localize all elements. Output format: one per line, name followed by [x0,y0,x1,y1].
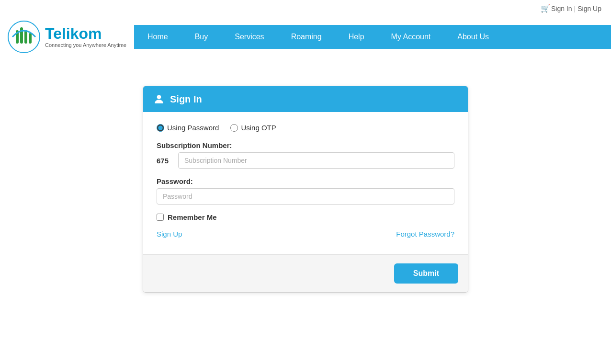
logo-icon [8,21,40,53]
sign-up-link[interactable]: Sign Up [157,230,182,238]
logo-subtitle: Connecting you Anywhere Anytime [45,42,126,48]
svg-rect-3 [24,30,27,44]
radio-password-input[interactable] [157,124,164,132]
radio-password-option[interactable]: Using Password [157,124,219,132]
nav-roaming[interactable]: Roaming [278,25,335,49]
submit-button[interactable]: Submit [394,263,458,284]
radio-password-label: Using Password [167,124,219,132]
links-row: Sign Up Forgot Password? [157,230,454,243]
main-nav: Home Buy Services Roaming Help My Accoun… [134,25,611,49]
nav-help[interactable]: Help [335,25,378,49]
svg-rect-2 [20,27,23,44]
header: Telikom Connecting you Anywhere Anytime … [0,17,611,57]
subscription-prefix: 675 [157,157,173,165]
header-sign-up-link[interactable]: Sign Up [577,5,601,12]
user-icon [153,93,165,105]
nav-home[interactable]: Home [134,25,181,49]
signin-footer: Submit [143,254,468,292]
subscription-group: Subscription Number: 675 [157,141,454,169]
password-group: Password: [157,177,454,205]
main-content: Sign In Using Password Using OTP Subscri… [0,57,611,325]
svg-point-5 [157,95,161,99]
svg-rect-4 [29,33,32,44]
signin-title: Sign In [170,94,202,105]
radio-otp-option[interactable]: Using OTP [230,124,276,132]
separator: | [574,5,576,12]
subscription-input-row: 675 [157,152,454,169]
signin-body: Using Password Using OTP Subscription Nu… [143,112,468,254]
radio-otp-input[interactable] [230,124,238,132]
signin-header: Sign In [143,86,468,112]
cart-icon: 🛒 [541,4,550,13]
password-label: Password: [157,177,454,185]
password-input[interactable] [157,188,454,205]
nav-buy[interactable]: Buy [181,25,222,49]
subscription-label: Subscription Number: [157,141,454,149]
remember-me-group: Remember Me [157,213,454,221]
remember-me-label[interactable]: Remember Me [168,213,217,221]
logo-text: Telikom Connecting you Anywhere Anytime [45,26,126,48]
signin-card: Sign In Using Password Using OTP Subscri… [143,86,468,293]
auth-method-radio-group: Using Password Using OTP [157,124,454,132]
subscription-input[interactable] [178,152,454,169]
header-top-bar: 🛒 Sign In | Sign Up [0,0,611,17]
nav-about-us[interactable]: About Us [444,25,502,49]
remember-me-checkbox[interactable] [157,214,164,221]
radio-otp-label: Using OTP [241,124,276,132]
forgot-password-link[interactable]: Forgot Password? [396,230,454,238]
nav-services[interactable]: Services [221,25,277,49]
logo-area: Telikom Connecting you Anywhere Anytime [0,17,134,57]
header-sign-in-link[interactable]: Sign In [551,5,572,12]
logo-title: Telikom [45,26,126,41]
nav-my-account[interactable]: My Account [378,25,444,49]
